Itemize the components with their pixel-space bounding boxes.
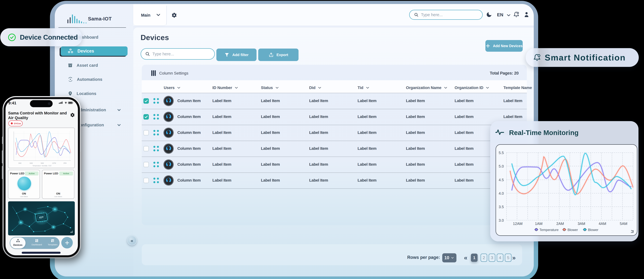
svg-text:3AM: 3AM: [18, 162, 22, 164]
svg-text:Blower: Blower: [568, 228, 578, 232]
svg-text:Blower: Blower: [588, 228, 598, 232]
svg-text:3.5: 3.5: [499, 205, 504, 209]
svg-text:2AM: 2AM: [556, 221, 564, 226]
svg-text:5.0: 5.0: [499, 164, 504, 168]
svg-text:6AM: 6AM: [30, 162, 33, 164]
svg-text:IOT: IOT: [39, 216, 44, 219]
svg-text:4.0: 4.0: [499, 191, 504, 195]
svg-text:4AM: 4AM: [598, 221, 606, 226]
svg-text:12PM: 12PM: [52, 162, 56, 164]
svg-text:5.5: 5.5: [499, 151, 504, 155]
svg-text:5AM: 5AM: [620, 221, 627, 226]
svg-text:Temperature: Temperature: [540, 228, 558, 232]
svg-text:Temperature Humidity CO2: Temperature Humidity CO2: [32, 165, 51, 167]
svg-text:4.5: 4.5: [499, 178, 504, 182]
svg-text:1AM: 1AM: [535, 221, 542, 226]
svg-text:9AM: 9AM: [41, 162, 44, 164]
svg-text:3.0: 3.0: [499, 218, 504, 222]
svg-text:3AM: 3AM: [578, 221, 585, 226]
svg-text:12AM: 12AM: [513, 221, 522, 226]
svg-text:3PM: 3PM: [64, 162, 66, 164]
